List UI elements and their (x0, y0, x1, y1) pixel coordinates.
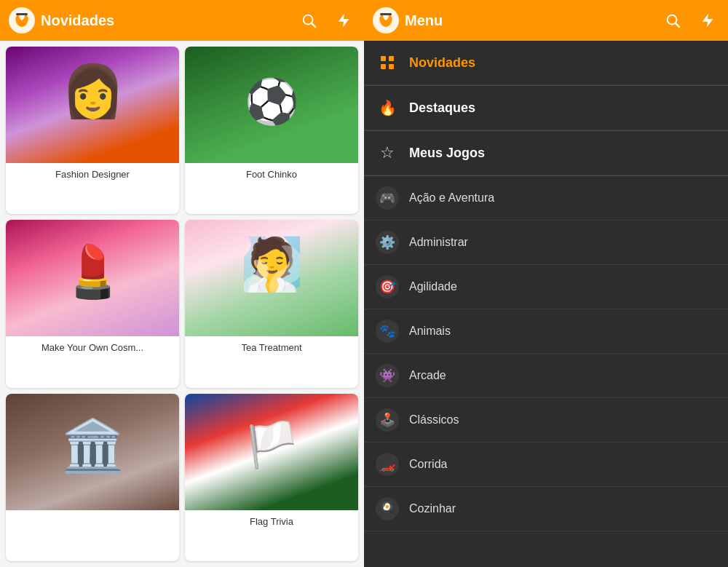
menu-icon-novidades (376, 51, 399, 74)
right-topbar: Menu (364, 0, 728, 41)
svg-marker-9 (703, 14, 713, 27)
app-logo (9, 7, 35, 33)
right-panel: Menu Novidades 🔥 Destaques ☆ Meus Jogos (364, 0, 728, 567)
game-label-tea: Tea Treatment (185, 336, 358, 359)
game-image-footchinko (185, 47, 358, 163)
menu-label-classicos: Clássicos (409, 413, 459, 427)
game-label-cosm: Make Your Own Cosm... (6, 336, 179, 359)
game-card-flags[interactable]: ☆ Flag Trivia (185, 394, 358, 561)
right-search-button[interactable] (661, 9, 684, 32)
left-topbar: Novidades (0, 0, 364, 41)
menu-item-cozinhar[interactable]: 🍳 Cozinhar (364, 487, 728, 531)
menu-icon-destaques: 🔥 (376, 96, 399, 119)
menu-label-administrar: Administrar (409, 236, 468, 249)
menu-label-meus-jogos: Meus Jogos (409, 146, 485, 161)
left-game-grid: Fashion Designer Foot Chinko Make Your O… (0, 41, 364, 567)
game-card-foot-chinko[interactable]: Foot Chinko (185, 47, 358, 214)
menu-item-administrar[interactable]: ⚙️ Administrar (364, 221, 728, 265)
menu-item-agilidade[interactable]: 🎯 Agilidade (364, 265, 728, 309)
menu-icon-corrida: 🏎️ (376, 453, 399, 476)
svg-rect-6 (380, 13, 392, 15)
svg-rect-1 (16, 13, 28, 15)
menu-item-corrida[interactable]: 🏎️ Corrida (364, 443, 728, 487)
menu-label-acao: Ação e Aventura (409, 191, 494, 205)
left-bolt-button[interactable] (332, 9, 355, 32)
menu-icon-administrar: ⚙️ (376, 231, 399, 254)
menu-label-novidades: Novidades (409, 55, 475, 71)
left-panel: Novidades Fashion Designer Foot Chinko M… (0, 0, 364, 567)
game-card-fashion-designer[interactable]: Fashion Designer (6, 47, 179, 214)
game-image-colosseum (6, 394, 179, 510)
menu-item-novidades[interactable]: Novidades (364, 41, 728, 85)
game-image-tea (185, 220, 358, 336)
game-card-cosm[interactable]: Make Your Own Cosm... (6, 220, 179, 387)
game-card-tea-treatment[interactable]: Tea Treatment (185, 220, 358, 387)
menu-label-corrida: Corrida (409, 458, 447, 471)
right-topbar-title: Menu (405, 12, 649, 29)
game-image-cosm (6, 220, 179, 336)
game-image-flags (185, 394, 358, 510)
menu-icon-arcade: 👾 (376, 364, 399, 387)
game-card-colosseum[interactable] (6, 394, 179, 561)
game-image-fashion (6, 47, 179, 163)
left-topbar-title: Novidades (41, 12, 285, 29)
menu-item-arcade[interactable]: 👾 Arcade (364, 354, 728, 398)
game-label-flags: Flag Trivia (185, 510, 358, 533)
left-search-button[interactable] (297, 9, 320, 32)
menu-item-classicos[interactable]: 🕹️ Clássicos (364, 398, 728, 443)
menu-icon-meus-jogos: ☆ (376, 141, 399, 164)
game-label-colosseum (6, 510, 179, 522)
menu-icon-agilidade: 🎯 (376, 275, 399, 298)
menu-label-agilidade: Agilidade (409, 280, 457, 293)
menu-item-acao-aventura[interactable]: 🎮 Ação e Aventura (364, 176, 728, 221)
game-label-footchinko: Foot Chinko (185, 163, 358, 186)
svg-marker-4 (339, 14, 349, 27)
svg-rect-10 (381, 56, 386, 61)
menu-icon-animais: 🐾 (376, 320, 399, 343)
menu-item-meus-jogos[interactable]: ☆ Meus Jogos (364, 131, 728, 175)
game-label-fashion: Fashion Designer (6, 163, 179, 186)
menu-item-destaques[interactable]: 🔥 Destaques (364, 86, 728, 130)
menu-label-destaques: Destaques (409, 100, 475, 116)
right-app-logo (373, 7, 399, 33)
svg-rect-12 (381, 64, 386, 69)
svg-rect-11 (389, 56, 394, 61)
menu-item-animais[interactable]: 🐾 Animais (364, 309, 728, 354)
svg-line-3 (312, 23, 315, 27)
svg-rect-13 (389, 64, 394, 69)
menu-label-cozinhar: Cozinhar (409, 502, 456, 515)
menu-label-arcade: Arcade (409, 369, 446, 382)
menu-icon-classicos: 🕹️ (376, 408, 399, 432)
menu-label-animais: Animais (409, 325, 451, 338)
svg-line-8 (676, 23, 679, 27)
right-bolt-button[interactable] (696, 9, 719, 32)
menu-icon-acao: 🎮 (376, 186, 399, 210)
menu-icon-cozinhar: 🍳 (376, 497, 399, 520)
menu-panel: Novidades 🔥 Destaques ☆ Meus Jogos 🎮 Açã… (364, 41, 728, 567)
